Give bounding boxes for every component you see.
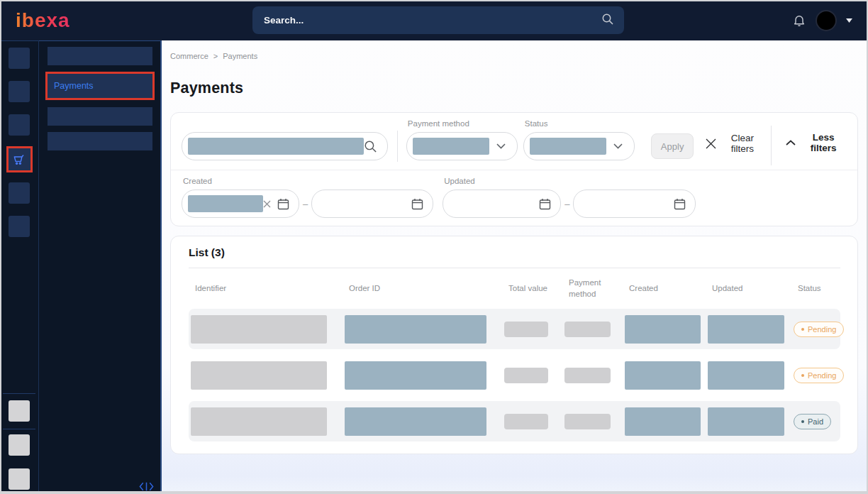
table-row[interactable]: Pending: [189, 309, 840, 349]
filter-search-input[interactable]: [182, 132, 388, 160]
created-to-input[interactable]: [311, 190, 433, 218]
total-value-placeholder: [504, 322, 548, 337]
updated-placeholder: [708, 361, 784, 390]
table-row[interactable]: Paid: [189, 401, 840, 441]
updated-filter: Updated: [443, 177, 696, 218]
divider: [3, 393, 35, 394]
order-id-placeholder: [345, 361, 486, 390]
less-filters-label: Less filters: [803, 132, 844, 153]
sidebar-rail: [0, 40, 39, 494]
status-badge: Paid: [794, 414, 831, 429]
filter-panel: Payment method Status: [170, 112, 858, 226]
chevron-up-icon: [786, 140, 796, 146]
search-icon[interactable]: [601, 13, 614, 28]
status-value-placeholder: [530, 138, 606, 155]
chevron-down-icon: [613, 143, 623, 149]
status-badge: Pending: [794, 322, 844, 337]
updated-label: Updated: [444, 177, 696, 185]
sidebar-item-commerce[interactable]: [6, 146, 33, 172]
payment-method-select[interactable]: [406, 132, 518, 160]
global-search-input[interactable]: [262, 14, 601, 26]
ibexa-logo[interactable]: ibexa: [16, 9, 70, 32]
sidebar-bottom-item-1[interactable]: [9, 400, 30, 422]
sidebar-rail-bottom: [0, 393, 38, 494]
search-value-placeholder: [188, 138, 364, 155]
status-filter: Status: [523, 119, 635, 160]
close-icon: [706, 138, 716, 149]
sidebar-item-placeholder-1[interactable]: [9, 48, 30, 69]
updated-from-input[interactable]: [443, 190, 561, 218]
apply-button[interactable]: Apply: [651, 133, 694, 159]
subnav-item-placeholder-3[interactable]: [48, 132, 152, 150]
divider: [3, 429, 35, 429]
collapse-sidebar-icon[interactable]: [139, 482, 154, 491]
identifier-placeholder: [191, 361, 327, 390]
page-title: Payments: [170, 79, 858, 97]
subnav-item-placeholder-1[interactable]: [48, 47, 152, 65]
sidebar-subnav: Payments: [39, 40, 162, 494]
sidebar-item-placeholder-2[interactable]: [9, 81, 30, 102]
created-from-value-placeholder: [188, 195, 263, 212]
topbar: ibexa: [0, 0, 868, 40]
sidebar-item-placeholder-6[interactable]: [9, 216, 30, 237]
subnav-item-payments[interactable]: Payments: [45, 72, 155, 100]
subnav-item-placeholder-2[interactable]: [48, 107, 152, 126]
calendar-icon[interactable]: [674, 198, 686, 210]
calendar-icon[interactable]: [539, 198, 551, 210]
filter-row-2: Created: [171, 170, 857, 226]
column-header: Updated: [706, 283, 791, 295]
payment-method-value-placeholder: [413, 138, 489, 155]
clear-filters-button[interactable]: Clear filters: [706, 133, 762, 154]
created-placeholder: [625, 407, 701, 436]
subnav-item-payments-label: Payments: [54, 81, 94, 91]
range-separator: –: [303, 199, 308, 209]
list-title: List (3): [189, 246, 840, 259]
filter-row-1: Payment method Status: [171, 113, 857, 170]
range-separator: –: [564, 199, 569, 209]
payment-method-filter: Payment method: [406, 119, 518, 160]
status-badge: Pending: [794, 368, 844, 383]
shopping-cart-icon: [12, 153, 26, 167]
table-header: IdentifierOrder IDTotal valuePayment met…: [189, 268, 840, 309]
clear-filters-label: Clear filters: [723, 133, 762, 154]
breadcrumb-commerce[interactable]: Commerce: [170, 52, 208, 60]
caret-down-icon[interactable]: [846, 18, 852, 23]
column-header: Status: [791, 283, 840, 295]
created-placeholder: [625, 315, 701, 344]
calendar-icon[interactable]: [277, 198, 289, 210]
sidebar-item-placeholder-3[interactable]: [9, 114, 30, 136]
divider: [771, 126, 772, 165]
sidebar-item-placeholder-5[interactable]: [9, 182, 30, 204]
breadcrumb-payments[interactable]: Payments: [223, 52, 257, 60]
column-header: Identifier: [189, 283, 343, 295]
clear-date-icon[interactable]: [263, 200, 271, 208]
avatar[interactable]: [816, 10, 837, 31]
shell: Payments Commerce > Payments Payments: [0, 40, 868, 494]
created-from-input[interactable]: [182, 190, 299, 218]
bell-icon[interactable]: [792, 13, 806, 28]
payment-method-label: Payment method: [408, 119, 518, 128]
breadcrumb: Commerce > Payments: [170, 52, 858, 60]
status-select[interactable]: [523, 132, 635, 160]
payment-method-placeholder: [564, 368, 611, 383]
order-id-placeholder: [345, 407, 486, 436]
column-header: Order ID: [343, 283, 502, 295]
topbar-actions: [792, 10, 852, 31]
less-filters-button[interactable]: Less filters: [786, 132, 844, 153]
status-dot-icon: [801, 328, 804, 331]
identifier-placeholder: [191, 407, 327, 436]
breadcrumb-separator: >: [213, 52, 218, 60]
sidebar-bottom-item-2[interactable]: [9, 434, 30, 456]
global-search[interactable]: [252, 6, 624, 34]
updated-placeholder: [708, 315, 784, 344]
created-filter: Created: [182, 177, 433, 218]
table-row[interactable]: Pending: [189, 355, 840, 395]
column-header: Total value: [502, 283, 562, 295]
updated-to-input[interactable]: [573, 190, 696, 218]
main-content: Commerce > Payments Payments: [162, 40, 868, 494]
status-label: Status: [525, 119, 635, 128]
sidebar-bottom-item-3[interactable]: [9, 468, 30, 490]
order-id-placeholder: [345, 315, 486, 344]
calendar-icon[interactable]: [411, 198, 423, 210]
search-icon[interactable]: [364, 140, 377, 153]
